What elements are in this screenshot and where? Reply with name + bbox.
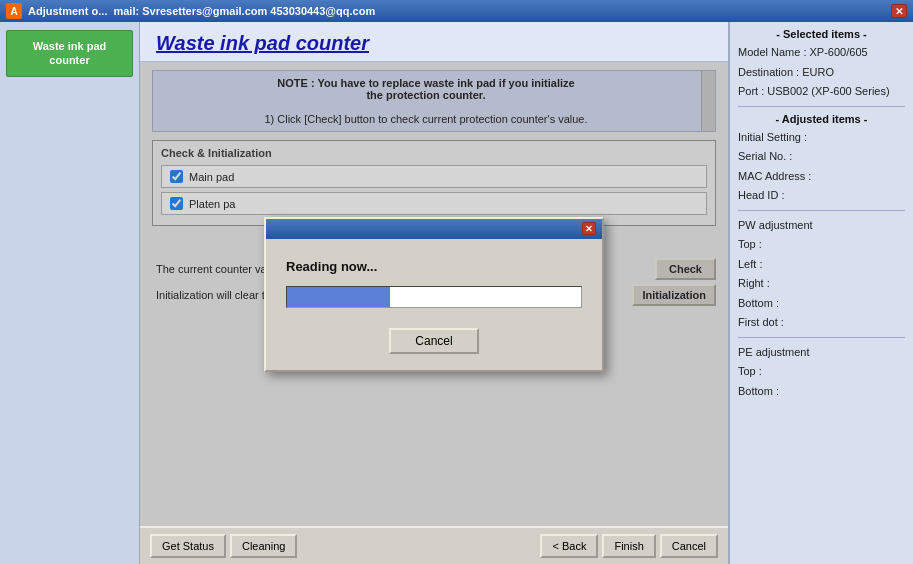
progress-container [286, 286, 582, 308]
modal-overlay: ✕ Reading now... Cancel [140, 62, 728, 526]
serial-no: Serial No. : [738, 148, 905, 165]
pe-bottom: Bottom : [738, 383, 905, 400]
cancel-button[interactable]: Cancel [660, 534, 718, 558]
title-bar: A Adjustment o... mail: Svresetters@gmai… [0, 0, 913, 22]
page-title: Waste ink pad counter [156, 32, 712, 55]
sidebar-item-waste-ink[interactable]: Waste ink pad counter [6, 30, 133, 77]
pe-top: Top : [738, 363, 905, 380]
pw-right: Right : [738, 275, 905, 292]
port: Port : USB002 (XP-600 Series) [738, 83, 905, 100]
modal-cancel-button[interactable]: Cancel [389, 328, 478, 354]
divider2 [738, 210, 905, 211]
finish-button[interactable]: Finish [602, 534, 655, 558]
content-body: NOTE : You have to replace waste ink pad… [140, 62, 728, 526]
right-sidebar: - Selected items - Model Name : XP-600/6… [728, 22, 913, 564]
main-container: Waste ink pad counter Waste ink pad coun… [0, 22, 913, 564]
reading-text: Reading now... [286, 259, 377, 274]
pe-adjustment: PE adjustment [738, 344, 905, 361]
content-header: Waste ink pad counter [140, 22, 728, 62]
back-button[interactable]: < Back [540, 534, 598, 558]
modal-close-button[interactable]: ✕ [582, 222, 596, 235]
reading-dialog: ✕ Reading now... Cancel [264, 217, 604, 372]
mac-address: MAC Address : [738, 168, 905, 185]
left-sidebar: Waste ink pad counter [0, 22, 140, 564]
adjusted-items-title: - Adjusted items - [738, 113, 905, 125]
window-close-button[interactable]: ✕ [891, 4, 907, 18]
modal-body: Reading now... [266, 239, 602, 324]
pw-top: Top : [738, 236, 905, 253]
modal-titlebar: ✕ [266, 219, 602, 239]
bottom-toolbar: Get Status Cleaning < Back Finish Cancel [140, 526, 728, 564]
pw-adjustment: PW adjustment [738, 217, 905, 234]
initial-setting: Initial Setting : [738, 129, 905, 146]
head-id: Head ID : [738, 187, 905, 204]
divider1 [738, 106, 905, 107]
destination: Destination : EURO [738, 64, 905, 81]
cleaning-button[interactable]: Cleaning [230, 534, 297, 558]
divider3 [738, 337, 905, 338]
model-name: Model Name : XP-600/605 [738, 44, 905, 61]
title-bar-left: A Adjustment o... mail: Svresetters@gmai… [6, 3, 375, 19]
title-left: Adjustment o... [28, 5, 107, 17]
app-icon: A [6, 3, 22, 19]
center-content: Waste ink pad counter NOTE : You have to… [140, 22, 728, 564]
pw-first-dot: First dot : [738, 314, 905, 331]
pw-left: Left : [738, 256, 905, 273]
selected-items-title: - Selected items - [738, 28, 905, 40]
get-status-button[interactable]: Get Status [150, 534, 226, 558]
modal-footer: Cancel [266, 324, 602, 370]
title-center: mail: Svresetters@gmail.com 453030443@qq… [113, 5, 375, 17]
pw-bottom: Bottom : [738, 295, 905, 312]
progress-bar [287, 287, 390, 307]
